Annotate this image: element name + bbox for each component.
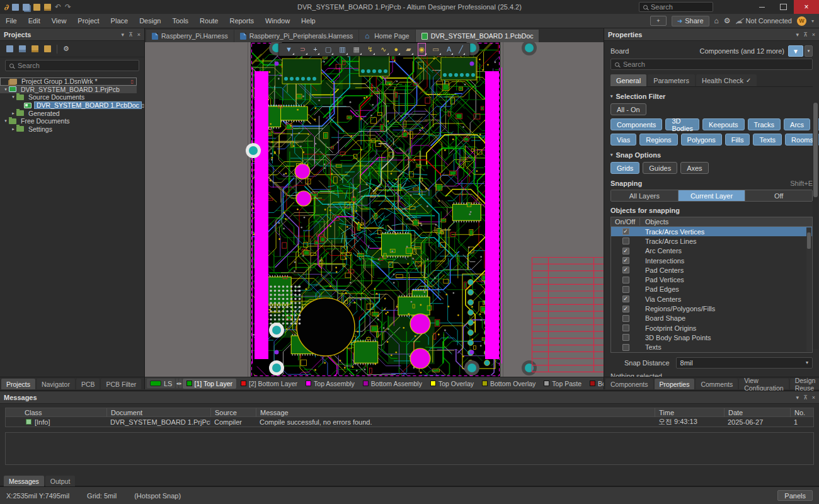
filter-button-arcs[interactable]: Arcs xyxy=(784,118,810,130)
filter-dropdown-icon[interactable]: ▾ xyxy=(805,45,813,57)
snap-object-row[interactable]: Pad Vertices xyxy=(611,275,812,284)
global-search-input[interactable]: Search xyxy=(639,2,713,12)
save-all-icon[interactable] xyxy=(23,4,30,11)
snapping-mode-current-layer[interactable]: Current Layer xyxy=(679,190,746,201)
checkbox[interactable] xyxy=(622,277,629,284)
panel-pin-icon[interactable]: ⊼ xyxy=(803,32,808,38)
move-icon[interactable]: + xyxy=(312,43,318,55)
column-header-date[interactable]: Date xyxy=(724,408,790,417)
snap-object-row[interactable]: ✓Via Centers xyxy=(611,294,812,304)
checkbox[interactable] xyxy=(622,315,629,322)
tab-pcb-filter[interactable]: PCB Filter xyxy=(101,379,141,389)
filter-icon[interactable]: ▼ xyxy=(285,43,293,55)
redo-icon[interactable]: ↷ xyxy=(65,4,71,11)
tab-view-configuration[interactable]: View Configuration xyxy=(739,379,788,389)
connection-status[interactable]: ☁ Not Connected xyxy=(736,17,792,25)
checkbox[interactable]: ✓ xyxy=(622,257,629,264)
snap-object-row[interactable]: Texts xyxy=(611,343,812,352)
snap-object-row[interactable]: ✓Track/Arcs Vertices xyxy=(611,227,812,236)
menu-design[interactable]: Design xyxy=(134,14,166,28)
tree-item[interactable]: ▾Free Documents xyxy=(0,117,144,125)
tree-item[interactable]: DVR_SYSTEM_BOARD 1.PcbDoc▯ xyxy=(0,101,144,110)
filter-button-regions[interactable]: Regions xyxy=(639,134,677,146)
expand-down-icon[interactable]: ▾ xyxy=(10,94,16,100)
menu-tools[interactable]: Tools xyxy=(166,14,194,28)
layers-scroll-left-icon[interactable]: ◂ xyxy=(176,379,178,388)
layer-tab[interactable]: [1] Top Layer xyxy=(183,379,237,389)
panel-pin-icon[interactable]: ⊼ xyxy=(803,394,808,401)
comment-icon[interactable]: + xyxy=(650,16,667,26)
tree-item[interactable]: ▸Generated xyxy=(0,109,144,117)
user-avatar[interactable]: W xyxy=(797,16,806,26)
selection-filter-section[interactable]: ▾ Selection Filter xyxy=(610,93,813,100)
menu-file[interactable]: File xyxy=(0,14,23,28)
tab-navigator[interactable]: Navigator xyxy=(37,379,75,389)
tree-item[interactable]: ▾DVR_SYSTEM_BOARD 1.PrjPcb xyxy=(0,86,137,94)
checkbox[interactable]: ✓ xyxy=(622,248,629,255)
column-header-source[interactable]: Source xyxy=(210,408,256,417)
close-button[interactable]: × xyxy=(794,0,819,14)
snap-distance-select[interactable]: 8mil ▾ xyxy=(676,357,813,369)
tab-pcb[interactable]: PCB xyxy=(76,379,100,389)
layer-tab[interactable]: [2] Bottom Layer xyxy=(237,379,301,389)
menu-project[interactable]: Project xyxy=(72,14,105,28)
column-header-document[interactable]: Document xyxy=(106,408,210,417)
panel-close-icon[interactable]: × xyxy=(812,394,815,401)
snap-object-row[interactable]: Footprint Origins xyxy=(611,323,812,333)
snap-object-row[interactable]: 3D Body Snap Points xyxy=(611,333,812,342)
column-header-message[interactable]: Message xyxy=(256,408,655,417)
menu-place[interactable]: Place xyxy=(105,14,134,28)
objects-column-header[interactable]: Objects xyxy=(640,218,668,226)
tab-comments[interactable]: Comments xyxy=(696,379,738,389)
menu-reports[interactable]: Reports xyxy=(224,14,260,28)
save-project-icon[interactable] xyxy=(6,45,13,52)
doc-tab[interactable]: Raspberry_Pi.Harness xyxy=(146,30,234,42)
checkbox[interactable]: ✓ xyxy=(622,228,629,235)
share-button[interactable]: ➜ Share xyxy=(672,16,709,26)
layer-tab[interactable]: Top Overlay xyxy=(427,379,478,389)
filter-button-3d-bodies[interactable]: 3D Bodies xyxy=(665,118,699,130)
message-row[interactable]: [Info]DVR_SYSTEM_BOARD 1.PrjPcbCompilerC… xyxy=(6,417,813,427)
pad-stack-icon[interactable]: ▦ xyxy=(353,43,360,55)
snapping-mode-off[interactable]: Off xyxy=(745,190,812,201)
expand-down-icon[interactable]: ▾ xyxy=(3,118,9,123)
panel-close-icon[interactable]: × xyxy=(812,32,815,38)
tree-item[interactable]: ▸Settings xyxy=(0,125,144,134)
checkbox[interactable] xyxy=(622,344,629,351)
properties-scrollbar[interactable] xyxy=(813,103,818,349)
line-icon[interactable]: ╱ xyxy=(458,43,464,55)
all-on-button[interactable]: All - On xyxy=(610,103,646,115)
doc-tab[interactable]: DVR_SYSTEM_BOARD 1.PcbDoc xyxy=(416,30,539,42)
undo-icon[interactable]: ↶ xyxy=(55,4,61,11)
open-documents-icon[interactable] xyxy=(32,45,38,52)
properties-tab-general[interactable]: General xyxy=(610,74,646,86)
layer-tab[interactable]: Bottom Paste xyxy=(586,379,604,389)
filter-button-tracks[interactable]: Tracks xyxy=(748,118,781,130)
layer-tab[interactable]: Top Assembly xyxy=(302,379,358,389)
panel-dropdown-icon[interactable]: ▾ xyxy=(122,32,125,38)
snap-object-row[interactable]: Track/Arcs Lines xyxy=(611,236,812,246)
tab-properties[interactable]: Properties xyxy=(655,379,695,389)
menu-view[interactable]: View xyxy=(46,14,72,28)
tab-design-reuse[interactable]: Design Reuse xyxy=(790,379,819,389)
pcb-canvas[interactable] xyxy=(145,42,604,377)
snap-object-row[interactable]: ✓Intersections xyxy=(611,256,812,265)
menu-route[interactable]: Route xyxy=(194,14,224,28)
expand-right-icon[interactable]: ▸ xyxy=(10,111,16,116)
filter-button-keepouts[interactable]: Keepouts xyxy=(702,118,744,130)
column-header-time[interactable]: Time xyxy=(655,408,724,417)
filter-button-grids[interactable]: Grids xyxy=(610,162,639,174)
filter-button-guides[interactable]: Guides xyxy=(643,162,677,174)
panels-button[interactable]: Panels xyxy=(777,490,813,501)
checkbox[interactable] xyxy=(622,238,629,244)
snap-object-row[interactable]: ✓Pad Centers xyxy=(611,265,812,275)
expand-down-icon[interactable]: ▾ xyxy=(3,87,9,92)
explorer-icon[interactable] xyxy=(44,45,51,52)
expand-right-icon[interactable]: ▸ xyxy=(10,127,16,132)
checkbox[interactable]: ✓ xyxy=(622,266,629,273)
checkbox[interactable] xyxy=(622,286,629,293)
objects-scrollbar[interactable] xyxy=(806,227,811,352)
diff-pair-icon[interactable]: ∿ xyxy=(380,43,387,55)
tab-components[interactable]: Components xyxy=(605,379,653,389)
snap-object-row[interactable]: Pad Edges xyxy=(611,285,812,294)
